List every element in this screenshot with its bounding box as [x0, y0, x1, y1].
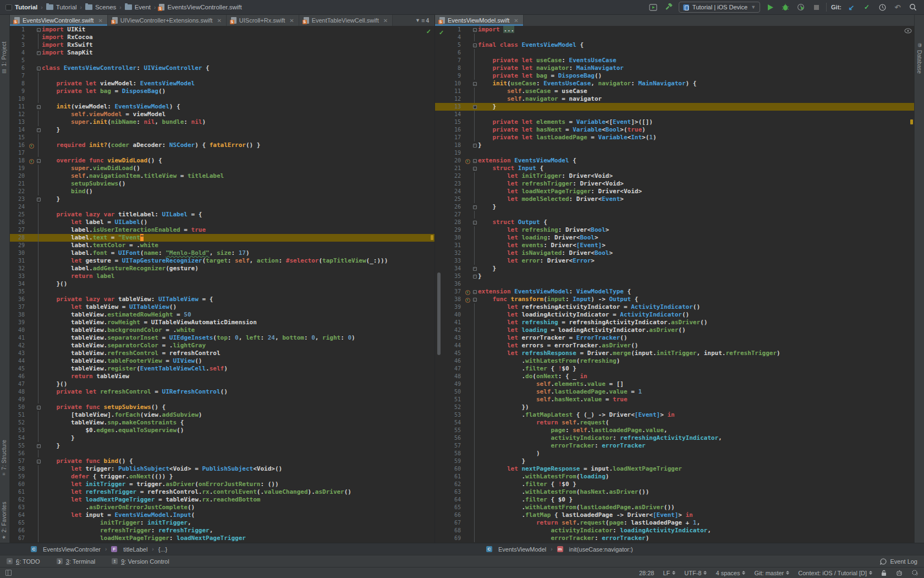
- line-number[interactable]: 37: [10, 303, 28, 311]
- tab-UIViewController+Extensions.swift[interactable]: UIViewController+Extensions.swift✕: [108, 15, 227, 26]
- line-number[interactable]: 28: [10, 234, 28, 242]
- line-number[interactable]: 36: [10, 296, 28, 303]
- line-number[interactable]: 13: [10, 118, 28, 126]
- line-number[interactable]: 50: [10, 403, 28, 411]
- override-icon[interactable]: ↑: [29, 159, 34, 164]
- fold-end-icon[interactable]: ^: [37, 51, 41, 55]
- fold-end-icon[interactable]: ^: [473, 105, 477, 109]
- breadcrumb-item[interactable]: CEventsViewModel: [486, 546, 546, 553]
- run-button[interactable]: [765, 2, 776, 13]
- override-icon[interactable]: ↑: [465, 290, 470, 295]
- fold-collapse-icon[interactable]: −: [37, 67, 41, 70]
- line-number[interactable]: 61: [10, 488, 28, 496]
- run-configuration-select[interactable]: Tutorial | iOS Device ▼: [679, 2, 760, 13]
- line-number[interactable]: 25: [10, 211, 28, 219]
- line-number[interactable]: 55: [435, 427, 464, 434]
- line-number[interactable]: 1: [10, 26, 28, 34]
- line-number[interactable]: 15: [435, 118, 464, 126]
- line-number[interactable]: 59: [10, 473, 28, 481]
- line-number[interactable]: 51: [435, 396, 464, 403]
- line-number[interactable]: 23: [435, 180, 464, 188]
- fold-end-icon[interactable]: ^: [37, 444, 41, 448]
- status-widget[interactable]: 4 spaces: [716, 570, 745, 576]
- line-number[interactable]: 6: [435, 49, 464, 57]
- line-number[interactable]: 53: [10, 427, 28, 434]
- fold-collapse-icon[interactable]: −: [473, 298, 477, 302]
- editor-right[interactable]: 1−import ...45−final class EventsViewMod…: [435, 26, 914, 543]
- line-number[interactable]: 44: [10, 357, 28, 365]
- line-number[interactable]: 67: [10, 535, 28, 542]
- line-number[interactable]: 21: [10, 180, 28, 188]
- line-number[interactable]: 34: [10, 280, 28, 288]
- line-number[interactable]: 3: [10, 41, 28, 49]
- line-number[interactable]: 18: [435, 141, 464, 149]
- line-number[interactable]: 10: [435, 80, 464, 88]
- line-number[interactable]: 5: [435, 41, 464, 49]
- line-number[interactable]: 33: [435, 257, 464, 265]
- tab-close-icon[interactable]: ✕: [383, 18, 388, 24]
- line-number[interactable]: 57: [10, 457, 28, 465]
- breadcrumb-item[interactable]: Tutorial: [6, 4, 37, 10]
- line-number[interactable]: 69: [435, 535, 464, 542]
- line-number[interactable]: 51: [10, 411, 28, 419]
- status-widget[interactable]: LF: [663, 570, 675, 576]
- sidebar-toolwindow-button[interactable]: ≡7: Structure: [1, 440, 7, 476]
- line-number[interactable]: 26: [435, 203, 464, 211]
- stop-button[interactable]: [811, 2, 822, 13]
- line-number[interactable]: 48: [10, 388, 28, 396]
- fold-collapse-icon[interactable]: −: [37, 28, 41, 32]
- line-number[interactable]: 49: [10, 396, 28, 403]
- fold-end-icon[interactable]: ^: [37, 128, 41, 132]
- lock-icon[interactable]: [881, 570, 887, 576]
- git-commit-button[interactable]: ✓: [861, 2, 872, 13]
- line-number[interactable]: 40: [10, 326, 28, 334]
- line-number[interactable]: 56: [10, 450, 28, 457]
- line-number[interactable]: 54: [10, 434, 28, 442]
- line-number[interactable]: 19: [10, 165, 28, 172]
- line-number[interactable]: 62: [10, 496, 28, 504]
- line-number[interactable]: 23: [10, 195, 28, 203]
- line-number[interactable]: 9: [435, 72, 464, 80]
- line-number[interactable]: 42: [10, 342, 28, 350]
- line-number[interactable]: 4: [10, 49, 28, 57]
- line-number[interactable]: 16: [10, 141, 28, 149]
- tab-EventsViewController.swift[interactable]: EventsViewController.swift✕: [10, 15, 108, 26]
- status-widget[interactable]: UTF-8: [684, 570, 707, 576]
- line-number[interactable]: 50: [435, 388, 464, 396]
- breadcrumb-item[interactable]: Tutorial: [46, 4, 77, 10]
- breadcrumb-item[interactable]: Event: [125, 4, 151, 10]
- status-widget[interactable]: Git: master: [754, 570, 789, 576]
- open-preview-button[interactable]: [648, 2, 659, 13]
- line-number[interactable]: 32: [10, 265, 28, 272]
- caret-position[interactable]: 28:28: [639, 570, 654, 576]
- line-number[interactable]: 27: [10, 226, 28, 234]
- line-number[interactable]: 12: [435, 95, 464, 103]
- breadcrumb-item[interactable]: {...}: [158, 546, 168, 553]
- profile-button[interactable]: [795, 2, 806, 13]
- line-number[interactable]: 29: [10, 242, 28, 249]
- fold-collapse-icon[interactable]: −: [473, 28, 477, 32]
- line-number[interactable]: 30: [10, 249, 28, 257]
- line-number[interactable]: 7: [435, 57, 464, 64]
- line-number[interactable]: 64: [10, 511, 28, 519]
- line-number[interactable]: 54: [435, 419, 464, 427]
- line-number[interactable]: 58: [10, 465, 28, 473]
- line-number[interactable]: 31: [435, 242, 464, 249]
- line-number[interactable]: 14: [435, 111, 464, 118]
- fold-end-icon[interactable]: ^: [473, 205, 477, 209]
- line-number[interactable]: 2: [10, 34, 28, 41]
- line-number[interactable]: 57: [435, 442, 464, 450]
- breadcrumb-item[interactable]: FtitleLabel: [111, 546, 147, 553]
- line-number[interactable]: 60: [10, 481, 28, 488]
- line-number[interactable]: 12: [10, 111, 28, 118]
- breadcrumb-item[interactable]: EventsViewController.swift: [159, 4, 241, 10]
- line-number[interactable]: 65: [435, 504, 464, 511]
- reader-eye-icon[interactable]: [904, 28, 912, 34]
- line-number[interactable]: 43: [10, 350, 28, 357]
- sidebar-toolwindow-button[interactable]: ★2: Favorites: [1, 501, 7, 540]
- line-number[interactable]: 34: [435, 265, 464, 272]
- line-number[interactable]: 67: [435, 519, 464, 527]
- line-number[interactable]: 48: [435, 373, 464, 380]
- tab-EventTableViewCell.swift[interactable]: EventTableViewCell.swift✕: [299, 15, 393, 26]
- tab-UIScroll+Rx.swift[interactable]: UIScroll+Rx.swift✕: [227, 15, 299, 26]
